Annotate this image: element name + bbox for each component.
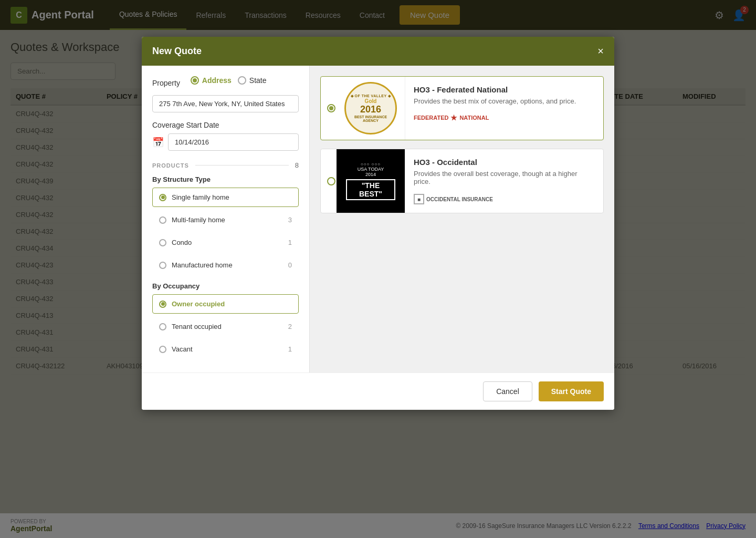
occidental-card-radio [321, 149, 337, 213]
address-radio-label: Address [202, 76, 232, 85]
condo-label: Condo [172, 239, 192, 246]
single-family-label: Single family home [172, 193, 229, 201]
filter-vacant[interactable]: Vacant 1 [152, 339, 299, 359]
modal-left-panel: Property Address State Coverage [142, 66, 310, 373]
tenant-occupied-label: Tenant occupied [172, 323, 222, 330]
filter-condo[interactable]: Condo 1 [152, 233, 299, 252]
modal-header: New Quote × [142, 37, 614, 66]
address-radio-option[interactable]: Address [191, 76, 232, 85]
occidental-brand-logo: ■ OCCIDENTAL INSURANCE [414, 194, 595, 204]
calendar-icon: 📅 [152, 137, 164, 148]
federated-card[interactable]: ◈ OF THE VALLEY ◈ Gold 2016 BEST INSURAN… [320, 76, 604, 140]
federated-radio-dot [327, 104, 335, 112]
manufactured-count: 0 [288, 261, 292, 269]
products-count: 8 [295, 161, 299, 169]
address-input[interactable] [152, 95, 299, 112]
condo-radio [159, 239, 166, 246]
occidental-radio-dot [327, 177, 335, 185]
modal-overlay: New Quote × Property Address [0, 0, 756, 538]
coverage-date-input[interactable] [168, 133, 299, 151]
owner-occupied-radio [159, 301, 166, 308]
structure-type-title: By Structure Type [152, 175, 299, 183]
federated-award-logo: ◈ OF THE VALLEY ◈ Gold 2016 BEST INSURAN… [337, 77, 405, 140]
occidental-description: Provides the overall best coverage, thou… [414, 170, 595, 185]
vacant-label: Vacant [172, 345, 193, 353]
filter-single-family[interactable]: Single family home [152, 188, 299, 207]
modal-body: Property Address State Coverage [142, 66, 614, 373]
address-radio-dot [191, 76, 199, 85]
property-label: Property Address State [152, 76, 299, 91]
federated-title: HO3 - Federated National [414, 85, 595, 94]
occidental-card[interactable]: ○○○ ○○○ USA TODAY 2014 "THE BEST" HO3 - … [320, 149, 604, 213]
manufactured-radio [159, 262, 166, 269]
multi-family-radio [159, 216, 166, 224]
manufactured-label: Manufactured home [172, 261, 233, 269]
single-family-radio [159, 194, 166, 201]
products-header: PRODUCTS 8 [152, 161, 299, 169]
valley-award: ◈ OF THE VALLEY ◈ Gold 2016 BEST INSURAN… [344, 82, 397, 134]
filter-manufactured[interactable]: Manufactured home 0 [152, 255, 299, 275]
cancel-button[interactable]: Cancel [483, 381, 532, 401]
modal-title: New Quote [152, 46, 202, 57]
state-radio-option[interactable]: State [238, 76, 267, 85]
multi-family-count: 3 [288, 216, 292, 224]
federated-card-radio [321, 77, 337, 140]
condo-count: 1 [288, 239, 292, 246]
federated-card-content: HO3 - Federated National Provides the be… [405, 77, 603, 140]
occupancy-title: By Occupancy [152, 282, 299, 290]
date-group: 📅 [152, 133, 299, 151]
products-label: PRODUCTS [152, 162, 189, 169]
products-divider [195, 165, 289, 165]
modal-right-panel: ◈ OF THE VALLEY ◈ Gold 2016 BEST INSURAN… [310, 66, 614, 373]
tenant-occupied-radio [159, 323, 166, 330]
new-quote-modal: New Quote × Property Address [142, 37, 614, 410]
occidental-award-logo: ○○○ ○○○ USA TODAY 2014 "THE BEST" [337, 149, 405, 213]
filter-multi-family[interactable]: Multi-family home 3 [152, 210, 299, 230]
usa-today-award: ○○○ ○○○ USA TODAY 2014 "THE BEST" [342, 158, 400, 204]
state-radio-dot [238, 76, 246, 85]
occidental-card-content: HO3 - Occidental Provides the overall be… [405, 149, 603, 213]
modal-close-button[interactable]: × [597, 45, 604, 57]
modal-footer: Cancel Start Quote [142, 373, 614, 410]
start-quote-button[interactable]: Start Quote [539, 381, 604, 401]
state-radio-label: State [249, 76, 267, 85]
federated-description: Provides the best mix of coverage, optio… [414, 97, 595, 105]
filter-owner-occupied[interactable]: Owner occupied [152, 294, 299, 314]
occidental-title: HO3 - Occidental [414, 158, 595, 167]
filter-tenant-occupied[interactable]: Tenant occupied 2 [152, 317, 299, 336]
owner-occupied-label: Owner occupied [172, 300, 225, 308]
federated-brand-logo: FEDERATED ★ NATIONAL [414, 113, 595, 122]
vacant-count: 1 [288, 345, 292, 353]
tenant-occupied-count: 2 [288, 323, 292, 330]
multi-family-label: Multi-family home [172, 216, 225, 224]
coverage-date-label: Coverage Start Date [152, 121, 299, 129]
vacant-radio [159, 346, 166, 353]
